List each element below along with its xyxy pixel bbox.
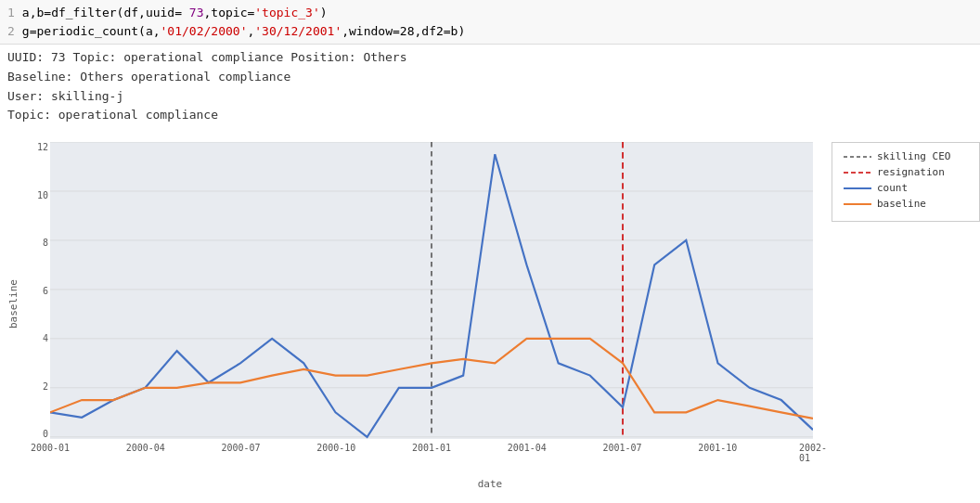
- chart-container: baseline 12 10 8 6 4 2 0: [0, 133, 980, 476]
- y-axis-labels: 12 10 8 6 4 2 0: [22, 142, 48, 439]
- legend-label-skilling-ceo: skilling CEO: [877, 150, 950, 162]
- x-axis-title: date: [0, 478, 980, 490]
- info-line-4: Topic: operational compliance: [7, 106, 973, 125]
- legend-item-count: count: [844, 182, 968, 194]
- x-axis-labels: 2000-01 2000-04 2000-07 2000-10 2001-01 …: [50, 439, 813, 476]
- chart-svg: [50, 142, 813, 439]
- legend-item-resignation: resignation: [844, 166, 968, 178]
- legend-label-count: count: [877, 182, 908, 194]
- info-block: UUID: 73 Topic: operational compliance P…: [0, 45, 980, 129]
- legend-item-skilling-ceo: skilling CEO: [844, 150, 968, 162]
- info-line-3: User: skilling-j: [7, 87, 973, 107]
- code-line-1: 1a,b=df_filter(df,uuid= 73,topic='topic_…: [7, 4, 973, 22]
- legend-item-baseline: baseline: [844, 198, 968, 210]
- code-line-2: 2g=periodic_count(a,'01/02/2000','30/12/…: [7, 22, 973, 41]
- chart-legend: skilling CEO resignation count baseline: [832, 142, 980, 222]
- legend-label-baseline: baseline: [877, 198, 926, 210]
- line-number-2: 2: [7, 24, 15, 38]
- legend-label-resignation: resignation: [877, 166, 945, 178]
- line-number-1: 1: [7, 6, 15, 19]
- code-block: 1a,b=df_filter(df,uuid= 73,topic='topic_…: [0, 0, 980, 45]
- info-line-2: Baseline: Others operational compliance: [7, 68, 973, 87]
- info-line-1: UUID: 73 Topic: operational compliance P…: [7, 48, 973, 68]
- y-axis-label: baseline: [4, 133, 22, 476]
- baseline-line: [50, 339, 813, 419]
- chart-area: 12 10 8 6 4 2 0: [50, 133, 813, 476]
